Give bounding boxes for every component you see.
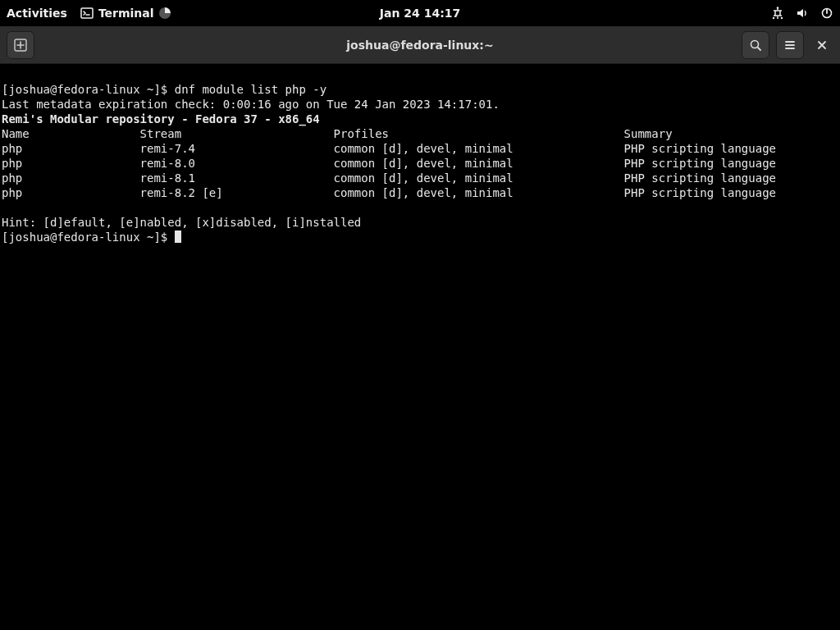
app-menu-label: Terminal [98,7,154,20]
power-icon[interactable] [820,7,833,20]
terminal-app-icon [80,7,94,20]
svg-point-6 [751,40,759,48]
window-headerbar: joshua@fedora-linux:~ [0,26,840,64]
app-busy-spinner-icon [159,7,171,19]
svg-point-3 [781,17,783,19]
cursor [175,231,181,243]
svg-point-1 [777,7,778,8]
search-button[interactable] [742,31,769,59]
activities-button[interactable]: Activities [7,7,67,20]
table-row: php remi-8.0 common [d], devel, minimal … [2,157,776,170]
blank-line [2,201,8,214]
prompt: [joshua@fedora-linux ~]$ [2,83,175,96]
table-row: php remi-8.2 [e] common [d], devel, mini… [2,186,776,199]
repo-header: Remi's Modular repository - Fedora 37 - … [2,112,320,126]
new-tab-button[interactable] [7,31,34,59]
terminal-viewport[interactable]: [joshua@fedora-linux ~]$ dnf module list… [0,64,840,630]
prompt-line-1: [joshua@fedora-linux ~]$ dnf module list… [2,83,326,96]
app-menu[interactable]: Terminal [80,7,171,20]
window-title: joshua@fedora-linux:~ [346,39,493,52]
metadata-line: Last metadata expiration check: 0:00:16 … [2,98,500,111]
network-icon[interactable] [771,7,784,20]
table-row: php remi-8.1 common [d], devel, minimal … [2,171,776,185]
plus-icon [14,39,27,52]
close-icon [817,40,827,50]
hamburger-menu-button[interactable] [776,31,804,59]
hint-line: Hint: [d]efault, [e]nabled, [x]disabled,… [2,216,361,229]
hamburger-icon [783,39,797,52]
column-header-row: Name Stream Profiles Summary [2,127,673,140]
close-window-button[interactable] [810,34,833,57]
clock[interactable]: Jan 24 14:17 [380,7,460,20]
volume-icon[interactable] [796,7,809,20]
gnome-topbar: Activities Terminal Jan 24 14:17 [0,0,840,26]
entered-command: dnf module list php -y [175,83,326,96]
table-row: php remi-7.4 common [d], devel, minimal … [2,142,776,155]
activities-label: Activities [7,7,67,20]
prompt-line-2: [joshua@fedora-linux ~]$ [2,231,181,244]
svg-rect-0 [81,8,93,18]
search-icon [749,39,762,52]
prompt: [joshua@fedora-linux ~]$ [2,231,175,244]
clock-label: Jan 24 14:17 [380,7,460,20]
svg-point-2 [773,17,774,19]
